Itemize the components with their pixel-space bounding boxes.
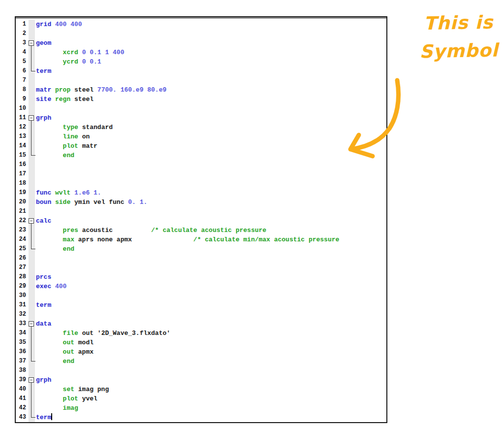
code-line[interactable]: 21 (16, 207, 386, 216)
code-text (35, 254, 386, 263)
fold-margin (29, 235, 35, 244)
code-line[interactable]: 9site regn steel (16, 95, 386, 104)
code-line[interactable]: 15 end (16, 151, 386, 160)
fold-guide-line (31, 141, 32, 151)
code-line[interactable]: 25 end (16, 244, 386, 254)
code-line[interactable]: 3geom (16, 38, 386, 48)
code-token: matr (36, 86, 51, 94)
code-line[interactable]: 11grph (16, 113, 386, 123)
code-line[interactable]: 1grid 400 400 (16, 20, 386, 29)
code-text: prcs (35, 272, 386, 282)
code-text: calc (35, 216, 386, 226)
code-line[interactable]: 4 xcrd 0 0.1 1 400 (16, 48, 386, 57)
code-line[interactable]: 12 type standard (16, 123, 386, 132)
code-line[interactable]: 13 line on (16, 132, 386, 141)
code-line[interactable]: 17 (16, 169, 386, 179)
code-text (35, 366, 386, 375)
code-line[interactable]: 36 out apmx (16, 347, 386, 357)
code-token: regn (51, 96, 70, 103)
code-token: 0 0.1 1 400 (78, 49, 125, 56)
code-text: max aprs none apmx /* calculate min/max … (35, 235, 386, 244)
code-token: max (63, 236, 74, 243)
fold-toggle-icon[interactable] (29, 218, 34, 224)
code-line[interactable]: 23 pres acoustic /* calculate acoustic p… (16, 226, 386, 235)
fold-margin (29, 160, 35, 169)
line-number: 28 (16, 272, 29, 282)
line-number: 32 (16, 310, 29, 319)
code-line[interactable]: 14 plot matr (16, 141, 386, 151)
line-number: 30 (16, 291, 29, 300)
fold-guide-elbow (31, 249, 35, 249)
code-token (36, 236, 63, 243)
fold-guide-elbow (31, 71, 35, 71)
code-line[interactable]: 30 (16, 291, 386, 300)
code-token: func (36, 189, 51, 197)
line-number: 15 (16, 151, 29, 160)
fold-toggle-icon[interactable] (29, 377, 34, 383)
fold-margin (29, 263, 35, 272)
code-token (36, 358, 63, 365)
code-text (35, 169, 386, 179)
code-line[interactable]: 8matr prop steel 7700. 160.e9 80.e9 (16, 85, 386, 95)
code-line[interactable]: 28prcs (16, 272, 386, 282)
code-text: term (35, 66, 386, 76)
code-text: ycrd 0 0.1 (35, 57, 386, 66)
line-number: 31 (16, 300, 29, 310)
code-line[interactable]: 39grph (16, 375, 386, 385)
line-number: 6 (16, 66, 29, 76)
code-token (36, 404, 63, 412)
fold-toggle-icon[interactable] (29, 40, 34, 46)
code-token: modl (74, 339, 94, 346)
code-line[interactable]: 43term (16, 413, 386, 422)
fold-guide-line (31, 48, 32, 57)
code-token: grph (36, 376, 51, 384)
code-line[interactable]: 19func wvlt 1.e6 1. (16, 188, 386, 198)
line-number: 17 (16, 169, 29, 179)
fold-margin (29, 216, 35, 226)
code-token (36, 330, 63, 337)
code-lines[interactable]: 1grid 400 40023geom4 xcrd 0 0.1 1 4005 y… (16, 19, 386, 422)
code-token (36, 339, 63, 346)
code-line[interactable]: 37 end (16, 357, 386, 366)
code-token: set (63, 386, 74, 393)
fold-margin (29, 413, 35, 422)
code-line[interactable]: 5 ycrd 0 0.1 (16, 57, 386, 66)
code-line[interactable]: 18 (16, 179, 386, 188)
code-line[interactable]: 42 imag (16, 403, 386, 413)
code-line[interactable]: 40 set imag png (16, 385, 386, 394)
code-token: apmx (74, 348, 94, 356)
code-line[interactable]: 16 (16, 160, 386, 169)
fold-toggle-icon[interactable] (29, 115, 34, 121)
code-line[interactable]: 26 (16, 254, 386, 263)
code-line[interactable]: 34 file out '2D_Wave_3.flxdato' (16, 329, 386, 338)
code-line[interactable]: 38 (16, 366, 386, 375)
code-line[interactable]: 10 (16, 104, 386, 113)
line-number: 27 (16, 263, 29, 272)
code-line[interactable]: 24 max aprs none apmx /* calculate min/m… (16, 235, 386, 244)
code-line[interactable]: 29exec 400 (16, 282, 386, 291)
line-number: 38 (16, 366, 29, 375)
code-line[interactable]: 7 (16, 76, 386, 85)
code-line[interactable]: 31term (16, 300, 386, 310)
fold-margin (29, 151, 35, 160)
handwritten-annotation: This is Symbol (411, 8, 504, 66)
code-line[interactable]: 33data (16, 319, 386, 329)
code-token: aprs none apmx (74, 236, 132, 243)
code-line[interactable]: 20boun side ymin vel func 0. 1. (16, 198, 386, 207)
code-line[interactable]: 27 (16, 263, 386, 272)
code-line[interactable]: 22calc (16, 216, 386, 226)
code-text (35, 263, 386, 272)
code-line[interactable]: 35 out modl (16, 338, 386, 347)
code-text: file out '2D_Wave_3.flxdato' (35, 329, 386, 338)
code-line[interactable]: 41 plot yvel (16, 394, 386, 403)
fold-margin (29, 319, 35, 329)
code-line[interactable]: 6term (16, 66, 386, 76)
fold-guide-line (31, 403, 32, 413)
code-token: /* calculate acoustic pressure (113, 227, 266, 234)
code-line[interactable]: 32 (16, 310, 386, 319)
code-line[interactable]: 2 (16, 29, 386, 38)
fold-margin (29, 57, 35, 66)
fold-toggle-icon[interactable] (29, 321, 34, 327)
fold-guide-elbow (31, 155, 35, 156)
code-text: grid 400 400 (35, 20, 386, 29)
